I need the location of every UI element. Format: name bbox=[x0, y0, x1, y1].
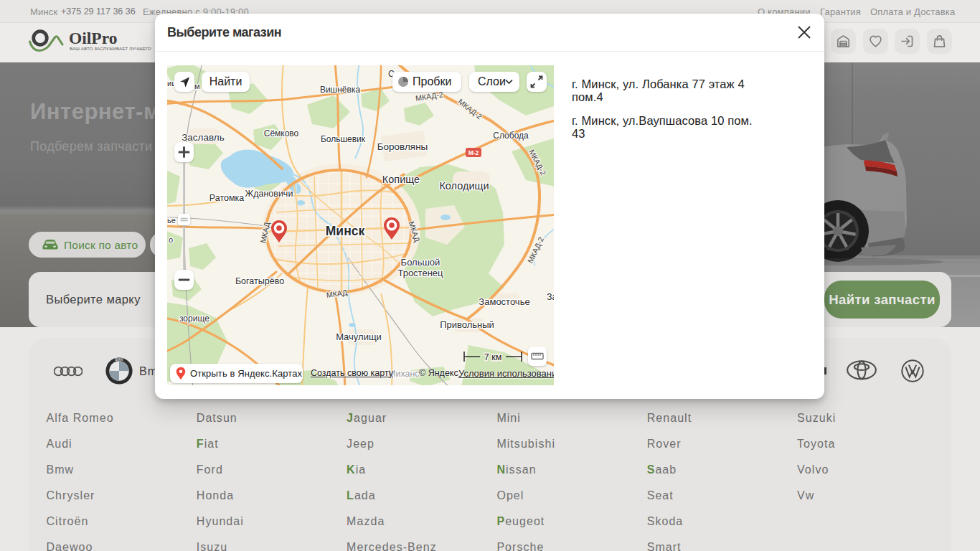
svg-text:Привольный: Привольный bbox=[440, 319, 494, 330]
svg-text:Вишнёвка: Вишнёвка bbox=[320, 85, 361, 95]
svg-text:Колодищи: Колодищи bbox=[439, 180, 489, 192]
svg-text:Замосточье: Замосточье bbox=[479, 296, 529, 307]
svg-text:За: За bbox=[547, 292, 554, 302]
svg-text:7 км: 7 км bbox=[484, 352, 502, 362]
svg-text:OilPro: OilPro bbox=[69, 29, 117, 47]
svg-text:Боровляны: Боровляны bbox=[377, 141, 428, 152]
svg-text:о: о bbox=[169, 235, 173, 244]
svg-text:Тростенец: Тростенец bbox=[397, 268, 443, 278]
svg-text:Сёмково: Сёмково bbox=[264, 128, 299, 138]
svg-text:Слобода: Слобода bbox=[493, 131, 529, 141]
svg-text:зорище: зорище bbox=[179, 314, 209, 324]
svg-text:ВАШ АВТО ЗАСЛУЖИВАЕТ ЛУЧШЕГО: ВАШ АВТО ЗАСЛУЖИВАЕТ ЛУЧШЕГО bbox=[70, 46, 151, 51]
svg-text:Большой: Большой bbox=[401, 257, 440, 268]
svg-text:BMW: BMW bbox=[115, 358, 123, 362]
svg-text:Заславль: Заславль bbox=[182, 132, 225, 143]
svg-text:Ждановичи: Ждановичи bbox=[245, 189, 293, 199]
svg-text:Копище: Копище bbox=[382, 174, 420, 185]
svg-text:М-2: М-2 bbox=[468, 149, 479, 156]
svg-text:ье: ье bbox=[167, 216, 176, 225]
svg-text:Мачулищи: Мачулищи bbox=[336, 331, 382, 342]
svg-text:Ратомка: Ратомка bbox=[209, 193, 244, 203]
svg-text:м: м bbox=[194, 82, 200, 90]
svg-text:Минск: Минск bbox=[326, 224, 365, 238]
svg-text:Богатырёво: Богатырёво bbox=[235, 276, 284, 286]
svg-text:Большевик: Большевик bbox=[321, 134, 366, 144]
